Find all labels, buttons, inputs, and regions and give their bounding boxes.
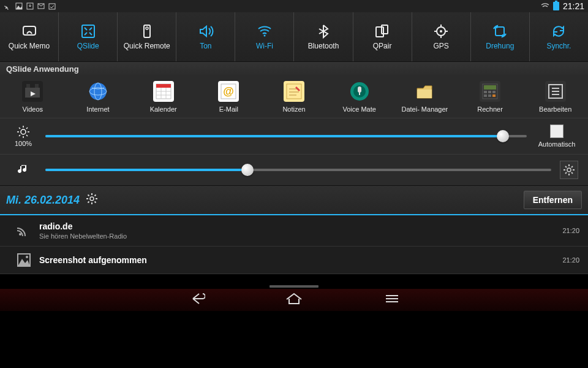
image-icon (9, 253, 39, 267)
toggle-label: Drehung (486, 42, 514, 50)
app-label: Bearbeiten (539, 105, 571, 113)
auto-brightness-label: Automatisch (538, 140, 576, 148)
navigation-bar (0, 289, 588, 311)
gear-icon (86, 193, 98, 205)
svg-rect-43 (417, 90, 432, 98)
qslide-app-notizen[interactable]: Notizen (262, 81, 327, 113)
sound-icon (198, 23, 214, 39)
app-icon (153, 81, 174, 102)
svg-rect-41 (358, 86, 361, 93)
notification-subtitle: Sie hören Nebelwelten-Radio (39, 232, 562, 240)
app-label: E-Mail (219, 105, 238, 113)
toggle-qpair[interactable]: QPair (353, 12, 412, 61)
svg-line-82 (95, 195, 96, 196)
notification-item[interactable]: Screenshot aufgenommen21:20 (0, 247, 588, 274)
app-icon: @ (218, 81, 239, 102)
toggle-qmemo[interactable]: Quick Memo (0, 12, 59, 61)
bluetooth-icon (315, 23, 331, 39)
nav-handle[interactable] (0, 284, 588, 289)
toggle-rotate[interactable]: Drehung (471, 12, 530, 61)
svg-rect-11 (376, 27, 383, 37)
volume-settings-button[interactable] (560, 161, 578, 179)
app-icon (480, 81, 500, 102)
svg-rect-42 (359, 93, 360, 95)
svg-point-74 (90, 197, 94, 201)
toggle-sync[interactable]: Synchr. (530, 12, 588, 61)
svg-line-71 (571, 172, 573, 174)
status-image-icon (15, 2, 23, 10)
app-label: Rechner (477, 105, 503, 113)
toggle-bluetooth[interactable]: Bluetooth (294, 12, 353, 61)
volume-slider[interactable] (45, 164, 551, 176)
toggle-wifi[interactable]: Wi-Fi (235, 12, 294, 61)
qslide-app-voice-mate[interactable]: Voice Mate (326, 81, 392, 113)
svg-rect-6 (23, 26, 36, 35)
svg-point-14 (440, 30, 442, 33)
qslide-app-kalender[interactable]: Kalender (130, 81, 196, 113)
svg-rect-22 (35, 84, 39, 88)
date-settings-button[interactable] (86, 193, 98, 207)
toggle-sound[interactable]: Ton (176, 12, 235, 61)
qslide-app-videos[interactable]: Videos (0, 81, 66, 113)
toggle-qslide[interactable]: QSlide (59, 12, 118, 61)
qslide-app-rechner[interactable]: Rechner (458, 81, 523, 113)
svg-rect-46 (484, 91, 487, 93)
svg-rect-21 (26, 84, 30, 88)
svg-point-86 (26, 256, 28, 258)
svg-marker-2 (16, 6, 22, 9)
menu-button[interactable] (383, 292, 401, 308)
brightness-slider[interactable] (45, 130, 527, 142)
svg-rect-28 (156, 84, 171, 88)
brightness-icon (17, 125, 30, 139)
svg-rect-49 (484, 94, 487, 97)
notifications-list: radio.deSie hören Nebelwelten-Radio21:20… (0, 215, 588, 274)
remote-icon (139, 23, 155, 39)
app-label: Kalender (150, 105, 177, 113)
svg-line-72 (565, 172, 567, 174)
date-row: Mi. 26.02.2014 Entfernen (0, 185, 588, 215)
gps-icon (433, 23, 449, 39)
toggle-label: QPair (373, 42, 392, 50)
svg-rect-35 (287, 84, 301, 99)
back-button[interactable] (187, 292, 205, 308)
svg-text:@: @ (224, 85, 235, 98)
toggle-label: Bluetooth (308, 42, 339, 50)
status-radio-icon (4, 2, 12, 10)
home-button[interactable] (285, 292, 303, 308)
toggle-gps[interactable]: GPS (412, 12, 471, 61)
svg-point-56 (21, 129, 26, 134)
status-check-icon (48, 2, 56, 10)
svg-point-65 (567, 168, 571, 172)
qslide-app-bearbeiten[interactable]: Bearbeiten (522, 81, 588, 113)
qslide-app-e-mail[interactable]: @E-Mail (196, 81, 262, 113)
toggle-label: QSlide (77, 42, 99, 50)
radio-icon (9, 224, 39, 237)
svg-rect-47 (488, 91, 491, 93)
qslide-apps-row: VideosInternetKalender@E-MailNotizenVoic… (0, 76, 588, 118)
app-label: Voice Mate (342, 105, 375, 113)
notification-item[interactable]: radio.deSie hören Nebelwelten-Radio21:20 (0, 215, 588, 247)
app-icon (349, 81, 370, 102)
date-text: Mi. 26.02.2014 (6, 194, 80, 207)
gear-icon (564, 164, 575, 175)
svg-point-9 (146, 27, 148, 29)
qmemo-icon (21, 23, 37, 39)
auto-brightness-checkbox[interactable] (550, 125, 564, 138)
toggle-remote[interactable]: Quick Remote (118, 12, 176, 61)
qslide-app-internet[interactable]: Internet (66, 81, 131, 113)
app-icon (22, 81, 43, 102)
auto-brightness-toggle[interactable]: Automatisch (535, 125, 578, 148)
volume-label (10, 163, 37, 177)
app-icon (414, 81, 435, 102)
app-label: Notizen (282, 105, 305, 113)
clear-notifications-button[interactable]: Entfernen (524, 191, 582, 209)
app-label: Internet (86, 105, 109, 113)
svg-line-64 (26, 128, 28, 129)
status-bar: 21:21 (0, 0, 588, 12)
svg-line-73 (571, 166, 573, 167)
wifi-signal-icon (541, 2, 549, 10)
quick-toggles-row: Quick MemoQSlideQuick RemoteTonWi-FiBlue… (0, 12, 588, 62)
svg-rect-7 (82, 25, 94, 37)
svg-line-70 (565, 166, 567, 167)
qslide-app-datei-manager[interactable]: Datei- Manager (392, 81, 458, 113)
